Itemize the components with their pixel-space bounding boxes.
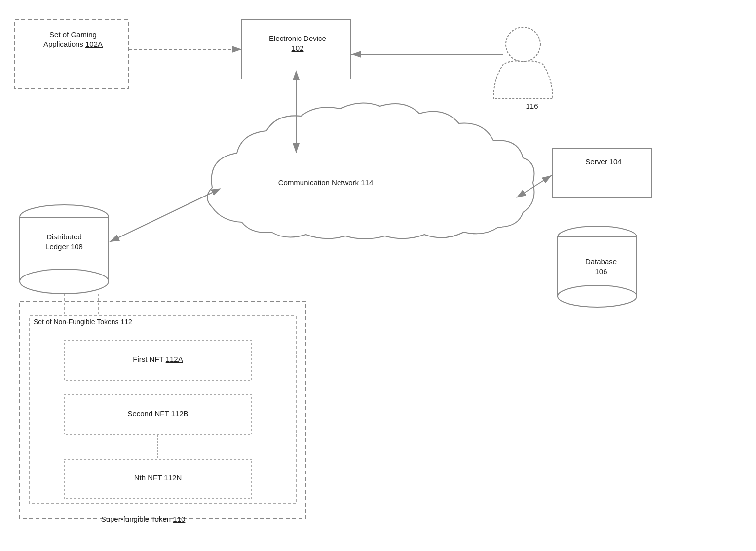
second-nft-label: Second NFT 112B	[99, 409, 217, 419]
svg-point-7	[20, 269, 109, 294]
comm-network-label: Communication Network 114	[252, 178, 400, 188]
super-fungible-token-label: Super-fungible Token 110	[49, 514, 237, 524]
svg-point-13	[506, 27, 540, 62]
nth-nft-label: Nth NFT 112N	[99, 473, 217, 483]
database-label: Database106	[562, 257, 641, 276]
distributed-ledger-label: DistributedLedger 108	[22, 232, 106, 251]
server-label: Server 104	[557, 157, 650, 167]
first-nft-label: First NFT 112A	[99, 354, 217, 364]
svg-rect-2	[553, 148, 651, 197]
gaming-apps-label: Set of GamingApplications 102A	[19, 30, 127, 49]
electronic-device-label: Electronic Device102	[246, 34, 349, 53]
user-label: 116	[517, 101, 547, 111]
svg-point-12	[558, 285, 637, 307]
svg-line-21	[110, 193, 212, 242]
diagram-container: Set of GamingApplications 102A Electroni…	[0, 0, 756, 551]
nft-set-label: Set of Non-Fungible Tokens 112	[34, 317, 261, 326]
diagram-svg	[0, 0, 756, 551]
